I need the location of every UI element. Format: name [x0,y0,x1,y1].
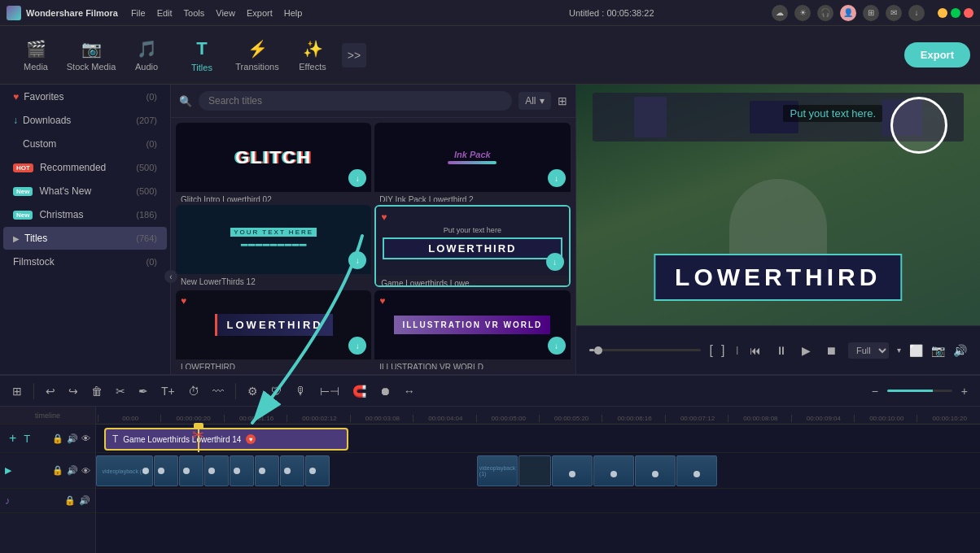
headphone-icon[interactable]: 🎧 [817,5,833,21]
video-track-lock[interactable]: 🔒 [52,465,63,476]
step-back-btn[interactable]: ⏮ [746,341,764,360]
title-card-glitch[interactable]: GLITCH ↓ Glitch Intro Lowerthird 02 [176,123,371,202]
play-pause-btn[interactable]: ⏸ [772,341,790,360]
tool-transitions[interactable]: ⚡ Transitions [231,31,283,80]
export-button[interactable]: Export [904,42,970,67]
menu-view[interactable]: View [216,8,235,18]
preview-action-3[interactable]: 🔊 [953,344,967,357]
download-darklower-btn[interactable]: ↓ [348,337,366,355]
tl-pen-btn[interactable]: ✒ [134,382,152,400]
tool-stock-media[interactable]: 📷 Stock Media [65,31,117,80]
video-clip-main[interactable]: videoplayback (1) [477,455,518,486]
title-card-darklower[interactable]: ♥ LOWERTHIRD ↓ LOWERTHIRD [176,290,371,369]
tl-grid-btn[interactable]: ⊞ [8,382,26,400]
video-clip-8[interactable] [305,455,330,486]
menu-tools[interactable]: Tools [184,8,205,18]
title-card-newlower[interactable]: YOUR TEXT HERE ━━━━━━━━━ ↓ New LowerThir… [176,205,371,287]
maximize-btn[interactable] [951,8,960,18]
download-glitch-btn[interactable]: ↓ [348,169,366,187]
tl-cut-btn[interactable]: ✂ [112,382,129,400]
tl-settings-btn[interactable]: ⚙ [243,382,262,400]
progress-handle[interactable] [594,346,602,355]
panel-downloads[interactable]: ↓ Downloads (207) [3,109,167,132]
video-clip-10[interactable] [593,455,634,486]
panel-recommended[interactable]: HOT Recommended (500) [3,156,167,179]
video-clip-6[interactable] [255,455,279,486]
tl-wave-btn[interactable]: 〰 [208,382,228,400]
panel-filmstock[interactable]: Filmstock (0) [3,250,167,273]
download-icon[interactable]: ↓ [908,5,925,21]
sun-icon[interactable]: ☀ [794,5,811,21]
panel-collapse-btn[interactable]: ‹ [164,270,171,283]
video-clip-1[interactable]: videoplayback (1) [96,455,153,486]
tl-add-track-btn[interactable]: + [5,429,20,448]
tl-zoom-in-btn[interactable]: + [957,382,972,400]
preview-action-1[interactable]: ⬜ [909,344,923,357]
tool-media[interactable]: 🎬 Media [10,31,62,80]
mail-icon[interactable]: ✉ [886,5,902,21]
panel-custom[interactable]: Custom (0) [3,133,167,155]
tl-clock-btn[interactable]: ⏱ [184,382,203,400]
play-btn[interactable]: ▶ [798,341,814,360]
quality-select[interactable]: Full [848,342,889,359]
more-tools-btn[interactable]: >> [342,43,366,67]
menu-help[interactable]: Help [284,8,303,18]
user-avatar[interactable]: 👤 [840,5,856,21]
title-card-gamelower[interactable]: ♥ Put your text here LOWERTHIRD ↓ Game L… [374,205,570,287]
video-clip-dark[interactable] [518,455,551,486]
download-inkpack-btn[interactable]: ↓ [548,169,566,187]
search-input[interactable] [199,91,512,111]
title-track-lock[interactable]: 🔒 [52,433,63,444]
title-clip[interactable]: T Game Lowerthirds Lowerthird 14 ♥ [104,428,348,451]
video-clip-12[interactable] [676,455,717,486]
tl-redo-btn[interactable]: ↪ [64,382,82,400]
tl-text-btn[interactable]: T+ [157,382,179,400]
video-clip-9[interactable] [552,455,593,486]
panel-favorites[interactable]: ♥ Favorites (0) [3,85,167,108]
menu-edit[interactable]: Edit [157,8,173,18]
download-newlower-btn[interactable]: ↓ [348,251,366,269]
download-vrworld-btn[interactable]: ↓ [548,337,566,355]
tl-split-btn[interactable]: ⊢⊣ [316,382,343,400]
video-track-eye[interactable]: 👁 [81,466,90,476]
audio-track-lock[interactable]: 🔒 [64,495,76,506]
panel-titles[interactable]: ▶ Titles (764) [3,227,167,250]
tl-record-btn[interactable]: ⏺ [375,382,395,400]
video-clip-4[interactable] [204,455,229,486]
preview-action-2[interactable]: 📷 [931,344,945,357]
video-clip-2[interactable] [154,455,178,486]
tl-magnet-btn[interactable]: 🧲 [348,382,370,400]
menu-export[interactable]: Export [247,8,273,18]
stop-btn[interactable]: ⏹ [822,341,840,360]
title-card-inkpack[interactable]: Ink Pack ↓ DIY Ink Pack Lowerthird 2 [374,123,570,202]
tl-delete-btn[interactable]: 🗑 [87,382,107,400]
video-clip-5[interactable] [230,455,254,486]
grid-view-btn[interactable]: ⊞ [558,94,567,107]
title-card-vrworld[interactable]: ♥ ILLUSTRATION VR WORLD ↓ ILLUSTRATION V… [374,290,570,369]
out-point-bracket[interactable]: ] [721,343,724,358]
tool-effects[interactable]: ✨ Effects [287,31,339,80]
video-track-volume[interactable]: 🔊 [67,465,78,476]
progress-bar[interactable] [589,349,702,351]
cloud-icon[interactable]: ☁ [772,5,788,21]
tl-zoom-out-btn[interactable]: − [868,382,882,400]
title-track-eye[interactable]: 👁 [81,433,90,443]
panel-whats-new[interactable]: New What's New (500) [3,180,167,202]
layout-icon[interactable]: ⊞ [863,5,879,21]
close-btn[interactable] [964,8,973,18]
video-clip-7[interactable] [280,455,304,486]
download-gamelower-btn[interactable]: ↓ [546,253,564,271]
minimize-btn[interactable] [938,8,947,18]
filter-dropdown[interactable]: All ▾ [518,92,550,110]
menu-file[interactable]: File [131,8,146,18]
tl-mic-btn[interactable]: 🎙 [291,382,311,400]
panel-christmas[interactable]: New Christmas (186) [3,203,167,226]
title-track-volume[interactable]: 🔊 [67,433,78,444]
video-clip-3[interactable] [179,455,203,486]
tl-undo-btn[interactable]: ↩ [42,382,59,400]
tool-titles[interactable]: T Titles [176,31,228,80]
tl-shield-btn[interactable]: 🛡 [267,382,287,400]
tool-audio[interactable]: 🎵 Audio [120,31,173,80]
video-clip-11[interactable] [635,455,676,486]
tl-resize-btn[interactable]: ↔ [400,382,419,400]
